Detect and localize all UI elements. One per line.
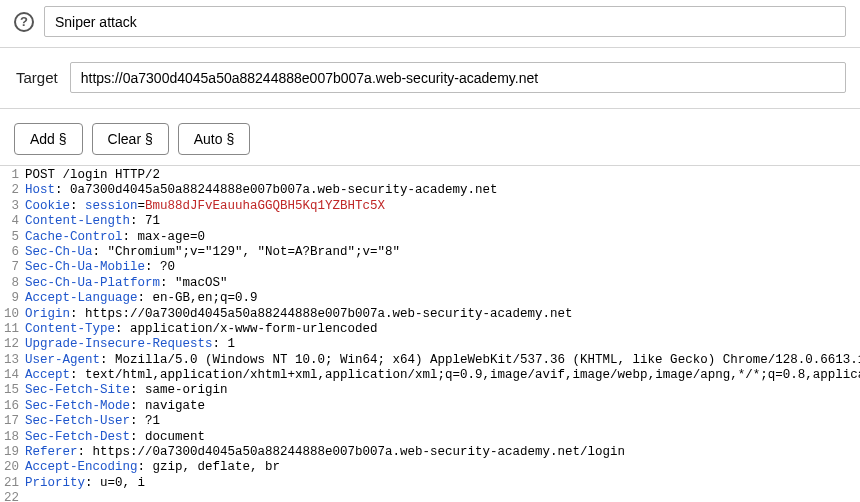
line-gutter: 1234567891011121314151617181920212223 <box>0 166 25 502</box>
code-line[interactable]: Cookie: session=Bmu88dJFvEauuhaGGQBH5Kq1… <box>25 199 860 214</box>
clear-markers-button[interactable]: Clear § <box>92 123 169 155</box>
code-line[interactable]: User-Agent: Mozilla/5.0 (Windows NT 10.0… <box>25 353 860 368</box>
code-line[interactable]: Referer: https://0a7300d4045a50a88244888… <box>25 445 860 460</box>
add-marker-button[interactable]: Add § <box>14 123 83 155</box>
code-line[interactable]: Origin: https://0a7300d4045a50a88244888e… <box>25 307 860 322</box>
code-line[interactable]: Sec-Fetch-Mode: navigate <box>25 399 860 414</box>
code-line[interactable]: Accept: text/html,application/xhtml+xml,… <box>25 368 860 383</box>
request-code[interactable]: POST /login HTTP/2Host: 0a7300d4045a50a8… <box>25 166 860 502</box>
code-line[interactable]: Sec-Ch-Ua: "Chromium";v="129", "Not=A?Br… <box>25 245 860 260</box>
code-line[interactable]: Host: 0a7300d4045a50a88244888e007b007a.w… <box>25 183 860 198</box>
code-line[interactable]: Content-Length: 71 <box>25 214 860 229</box>
code-line[interactable]: Content-Type: application/x-www-form-url… <box>25 322 860 337</box>
code-line[interactable]: Sec-Fetch-Dest: document <box>25 430 860 445</box>
code-line[interactable]: Sec-Fetch-Site: same-origin <box>25 383 860 398</box>
code-line[interactable]: Priority: u=0, i <box>25 476 860 491</box>
code-line[interactable] <box>25 491 860 502</box>
request-editor[interactable]: 1234567891011121314151617181920212223 PO… <box>0 166 860 502</box>
code-line[interactable]: POST /login HTTP/2 <box>25 168 860 183</box>
code-line[interactable]: Cache-Control: max-age=0 <box>25 230 860 245</box>
help-icon[interactable]: ? <box>14 12 34 32</box>
code-line[interactable]: Accept-Encoding: gzip, deflate, br <box>25 460 860 475</box>
target-url-input[interactable] <box>70 62 846 93</box>
code-line[interactable]: Sec-Fetch-User: ?1 <box>25 414 860 429</box>
target-label: Target <box>14 69 58 86</box>
code-line[interactable]: Sec-Ch-Ua-Platform: "macOS" <box>25 276 860 291</box>
auto-markers-button[interactable]: Auto § <box>178 123 250 155</box>
code-line[interactable]: Sec-Ch-Ua-Mobile: ?0 <box>25 260 860 275</box>
attack-type-input[interactable] <box>44 6 846 37</box>
code-line[interactable]: Accept-Language: en-GB,en;q=0.9 <box>25 291 860 306</box>
code-line[interactable]: Upgrade-Insecure-Requests: 1 <box>25 337 860 352</box>
